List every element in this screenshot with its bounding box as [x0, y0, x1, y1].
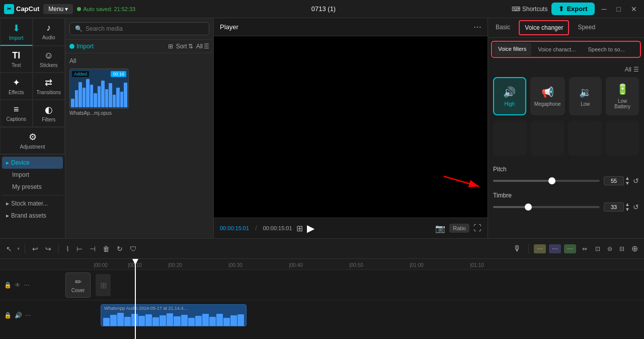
tool-captions[interactable]: ≡ Captions: [0, 100, 33, 127]
import-button[interactable]: Import: [69, 43, 94, 50]
track-lock-audio[interactable]: 🔒: [4, 312, 12, 319]
adjustment-label: Adjustment: [20, 144, 45, 150]
time-mark-0: |00:00: [94, 262, 108, 268]
subtab-voice-filters[interactable]: Voice filters: [493, 43, 531, 56]
shortcuts-button[interactable]: ⌨ Shortcuts: [512, 6, 548, 13]
maximize-button[interactable]: □: [614, 4, 624, 14]
player: Player ⋯ 00:00:15:01 / 00:00:15:01 ⊞ ▶ 📷…: [214, 18, 488, 238]
pitch-reset[interactable]: ↺: [633, 177, 639, 185]
fullscreen-button[interactable]: ⛶: [473, 224, 481, 233]
player-menu-button[interactable]: ⋯: [473, 22, 481, 32]
tab-speed[interactable]: Speed: [570, 18, 603, 37]
app-name: CapCut: [16, 5, 39, 13]
mic-button[interactable]: 🎙: [511, 242, 523, 255]
track-more-audio[interactable]: ⋯: [25, 312, 31, 319]
tool-effects[interactable]: ✦ Effects: [0, 73, 33, 100]
split-button[interactable]: ⌇: [64, 243, 71, 255]
timbre-thumb[interactable]: [525, 204, 532, 211]
nav-device[interactable]: ▸ Device: [2, 157, 63, 169]
split-left-button[interactable]: ⊢: [74, 243, 85, 255]
track-controls-2[interactable]: ⋯: [549, 244, 561, 253]
tool-import[interactable]: ⬇ Import: [0, 18, 33, 46]
subtab-speech-to-song[interactable]: Speech to so...: [582, 43, 630, 56]
undo-button[interactable]: ↩: [30, 243, 40, 255]
delete-button[interactable]: 🗑: [101, 243, 112, 255]
split-right-button[interactable]: ⊣: [88, 243, 98, 255]
track-controls-3[interactable]: ⋯: [564, 244, 576, 253]
screenshot-button[interactable]: 📷: [435, 224, 445, 233]
timbre-reset[interactable]: ↺: [633, 203, 639, 211]
low-filter-icon: 🔉: [579, 86, 592, 98]
audio-label: Audio: [42, 35, 55, 40]
nav-brand[interactable]: ▸ Brand assets: [2, 210, 63, 222]
tool-filters[interactable]: ◐ Filters: [33, 100, 65, 127]
export-button[interactable]: ⬆ Export: [551, 3, 594, 15]
media-toolbar: Import ⊞ Sort ⇅ All ☰: [65, 40, 213, 53]
pitch-arrows: ▲ ▼: [625, 176, 630, 186]
nav-import[interactable]: Import: [2, 169, 63, 181]
pitch-track[interactable]: [493, 180, 600, 182]
search-input[interactable]: [86, 25, 204, 32]
track-row-video: 🔒 👁 ⋯ ✏ Cover ⊞: [0, 270, 644, 300]
media-thumbnail[interactable]: Added 00:16: [69, 69, 129, 109]
right-panel: Basic Voice changer Speed Voice filters …: [488, 18, 644, 238]
subtab-voice-character[interactable]: Voice charact...: [532, 43, 581, 56]
tool-transitions[interactable]: ⇄ Transitions: [33, 73, 65, 100]
grid-view-button[interactable]: ⊞: [168, 43, 173, 50]
filter-dim-1: [493, 120, 527, 156]
nav-stock[interactable]: ▸ Stock mater...: [2, 197, 63, 210]
add-track-button[interactable]: ⊕: [629, 242, 640, 255]
filter-high[interactable]: 🔊 High: [493, 77, 526, 115]
all-filter-button[interactable]: All ☰: [196, 43, 209, 50]
filter-megaphone[interactable]: 📢 Megaphone: [530, 77, 565, 115]
search-bar[interactable]: 🔍: [69, 22, 209, 35]
mask-button[interactable]: 🛡: [128, 243, 139, 255]
added-badge: Added: [72, 71, 89, 77]
audio-icon: ♪: [46, 23, 51, 33]
track-controls-6[interactable]: ⊖: [605, 243, 614, 254]
tool-stickers[interactable]: ☺ Stickers: [33, 46, 65, 73]
track-lock-video[interactable]: 🔒: [4, 282, 12, 289]
tool-audio[interactable]: ♪ Audio: [33, 18, 65, 46]
time-mark-6: |01:00: [410, 262, 424, 268]
filter-low-battery[interactable]: 🔋 Low Battery: [606, 77, 639, 115]
audio-block[interactable]: WhatsApp Audio 2024-05-17 at 21.14.4...: [101, 304, 247, 326]
select-tool[interactable]: ↖: [4, 243, 14, 255]
pitch-thumb[interactable]: [548, 177, 555, 184]
redo-button[interactable]: ↪: [43, 243, 53, 255]
tool-adjustment[interactable]: ⚙ Adjustment: [0, 127, 65, 154]
pitch-down[interactable]: ▼: [625, 181, 630, 186]
grid-view-ctrl[interactable]: ⊞: [296, 224, 303, 233]
track-controls-7[interactable]: ⊟: [617, 243, 626, 254]
tab-voice-changer[interactable]: Voice changer: [519, 20, 569, 35]
playhead[interactable]: [135, 259, 136, 339]
track-eye-video[interactable]: 👁: [15, 282, 21, 289]
nav-presets[interactable]: My presets: [2, 181, 63, 193]
track-controls-1[interactable]: ⋯: [534, 244, 546, 253]
media-panel: 🔍 Import ⊞ Sort ⇅ All ☰ All: [65, 18, 214, 238]
track-controls-4[interactable]: ⇔: [579, 244, 590, 253]
time-mark-3: |00:30: [228, 262, 243, 268]
low-battery-filter-icon: 🔋: [616, 83, 629, 95]
ratio-button[interactable]: Ratio: [449, 224, 469, 233]
waveform: [70, 78, 128, 108]
tab-basic[interactable]: Basic: [488, 18, 518, 37]
minimize-button[interactable]: ─: [599, 4, 610, 14]
close-button[interactable]: ✕: [628, 4, 640, 14]
adjustment-icon: ⚙: [29, 131, 37, 143]
track-more-video[interactable]: ⋯: [24, 282, 30, 289]
track-controls-5[interactable]: ⊡: [593, 243, 602, 254]
filter-low[interactable]: 🔉 Low: [569, 77, 602, 115]
menu-button[interactable]: Menu ▾: [43, 4, 73, 14]
loop-button[interactable]: ↻: [115, 243, 125, 255]
main-content: ⬇ Import ♪ Audio TI Text ☺ Stickers ✦ Ef…: [0, 18, 644, 238]
cover-block[interactable]: ✏ Cover: [65, 273, 91, 298]
media-item[interactable]: Added 00:16: [69, 69, 130, 116]
tool-text[interactable]: TI Text: [0, 46, 33, 73]
timbre-track[interactable]: [493, 206, 600, 208]
timbre-down[interactable]: ▼: [625, 207, 630, 212]
track-vol-audio[interactable]: 🔊: [15, 312, 22, 319]
sort-button[interactable]: Sort ⇅: [176, 43, 193, 50]
arrow-icon-brand: ▸: [6, 212, 9, 219]
play-button[interactable]: ▶: [307, 222, 314, 234]
